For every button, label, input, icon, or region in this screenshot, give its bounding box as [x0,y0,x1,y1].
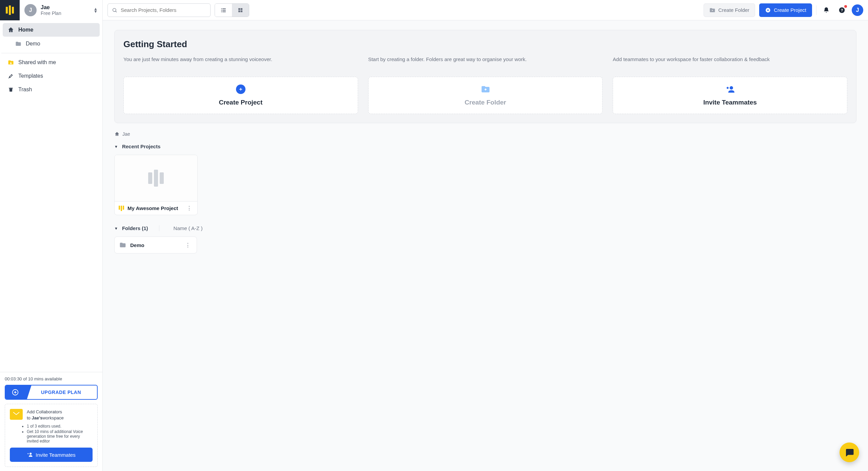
folder-menu-button[interactable]: ⋮ [184,242,192,248]
nav-label: Trash [18,87,32,93]
chat-support-button[interactable] [840,442,859,462]
grid-icon [238,7,243,13]
project-type-icon [119,206,124,211]
section-title: Folders (1) [122,225,148,231]
breadcrumb[interactable]: Jae [114,131,856,137]
view-toggle [215,3,249,17]
gs-desc: Start by creating a folder. Folders are … [368,56,603,71]
help-icon: ? [839,7,845,14]
home-icon [114,131,120,137]
nav-label: Shared with me [18,59,56,65]
folder-card[interactable]: Demo ⋮ [114,237,197,253]
folder-add-icon [709,7,715,13]
button-label: Create Project [774,7,806,13]
help-button[interactable]: ? [836,4,848,16]
svg-rect-12 [238,10,240,12]
getting-started-title: Getting Started [123,39,847,50]
svg-rect-10 [238,8,240,10]
invite-label: Invite Teammates [36,452,75,458]
topbar: Create Folder Create Project ? J [103,0,868,20]
chevron-updown-icon: ▲▼ [94,7,98,13]
svg-point-0 [11,62,12,63]
templates-icon [7,73,14,79]
collab-bullet: Get 10 mins of additional Voice generati… [27,429,93,444]
invite-teammates-button[interactable]: Invite Teammates [10,448,93,462]
collab-line2: to Jae'sworkspace [27,415,64,421]
workspace-name: Jae [41,4,61,11]
app-logo [0,0,20,20]
folder-name: Demo [130,242,180,248]
nav-label: Home [18,27,33,33]
breadcrumb-label: Jae [122,131,130,137]
trash-icon [7,87,14,93]
sidebar: J Jae Free Plan ▲▼ Home Demo [0,0,103,471]
svg-rect-9 [222,11,226,12]
gs-desc: Add teammates to your workspace for fast… [613,56,847,71]
button-label: Create Folder [718,7,749,13]
mail-icon [10,409,23,420]
person-add-icon [725,84,735,94]
gs-card-title: Invite Teammates [620,99,840,106]
svg-rect-6 [221,10,222,11]
search-icon [112,7,117,13]
project-name: My Awesome Project [127,205,182,211]
search-input[interactable] [121,7,206,13]
folder-add-icon [481,84,490,94]
gs-invite-card[interactable]: Invite Teammates [613,77,847,114]
nav-shared[interactable]: Shared with me [3,56,100,69]
person-add-icon [27,452,33,458]
project-menu-button[interactable]: ⋮ [185,205,193,211]
svg-rect-11 [241,8,242,10]
svg-text:?: ? [841,8,843,12]
chevron-down-icon: ▼ [114,226,118,230]
plus-circle-icon [765,7,771,13]
nav-templates[interactable]: Templates [3,70,100,82]
svg-point-3 [113,8,116,11]
getting-started-panel: Getting Started You are just few minutes… [114,30,856,123]
bell-icon [823,7,830,14]
plus-circle-icon [236,84,245,94]
chevron-down-icon: ▼ [114,145,118,149]
gs-card-title: Create Folder [376,99,595,106]
nav-folder-demo[interactable]: Demo [3,37,100,50]
nav-trash[interactable]: Trash [3,83,100,96]
upgrade-icon [5,385,25,399]
upgrade-plan-button[interactable]: UPGRADE PLAN [5,385,98,400]
gs-create-folder-card[interactable]: Create Folder [368,77,603,114]
collab-bullet: 1 of 3 editors used. [27,424,93,429]
folders-header[interactable]: ▼ Folders (1) Name ( A-Z ) [114,225,856,231]
grid-view-button[interactable] [232,4,249,17]
workspace-switcher[interactable]: J Jae Free Plan ▲▼ [0,0,102,20]
svg-rect-8 [221,11,222,12]
gs-card-title: Create Project [131,99,350,106]
upgrade-label: UPGRADE PLAN [25,385,97,399]
sort-label: Name ( A-Z ) [174,225,203,231]
chat-icon [844,447,854,457]
workspace-plan: Free Plan [41,11,61,16]
svg-point-2 [30,453,32,455]
gs-create-project-card[interactable]: Create Project [123,77,358,114]
nav-home[interactable]: Home [3,23,100,37]
quota-text: 00:03:30 of 10 mins available [5,376,98,381]
workspace-avatar: J [24,4,37,16]
folder-icon [119,242,126,248]
create-folder-button[interactable]: Create Folder [704,3,755,17]
list-view-button[interactable] [215,4,232,17]
recent-projects-header[interactable]: ▼ Recent Projects [114,144,856,149]
svg-rect-13 [241,10,242,12]
section-title: Recent Projects [122,144,160,149]
home-icon [7,26,14,33]
notifications-button[interactable] [821,4,832,16]
sort-control[interactable]: Name ( A-Z ) [159,225,203,231]
gs-desc: You are just few minutes away from creat… [123,56,358,71]
svg-rect-7 [222,10,226,11]
project-card[interactable]: My Awesome Project ⋮ [114,155,198,215]
search-box[interactable] [107,3,211,17]
create-project-button[interactable]: Create Project [759,3,812,17]
folder-icon [15,41,22,47]
shared-folder-icon [7,59,14,65]
user-avatar[interactable]: J [852,4,863,16]
sort-icon [166,226,172,231]
svg-rect-5 [222,8,226,9]
project-thumbnail [115,155,197,201]
